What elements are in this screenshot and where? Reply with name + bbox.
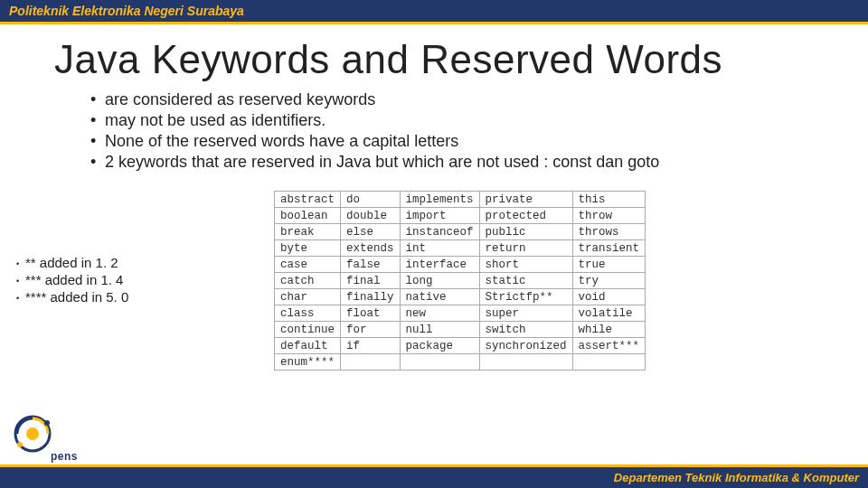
keyword-cell: for [341, 322, 401, 338]
keyword-cell: default [275, 338, 341, 354]
keyword-cell: Strictfp** [479, 289, 572, 305]
table-row: classfloatnewsupervolatile [275, 305, 646, 322]
table-row: abstractdoimplementsprivatethis [275, 192, 646, 208]
keyword-cell: finally [341, 289, 401, 305]
keyword-cell: continue [275, 322, 341, 338]
svg-point-1 [26, 427, 39, 440]
bullet-item: •2 keywords that are reserved in Java bu… [90, 152, 868, 173]
keyword-cell [400, 354, 479, 371]
keyword-cell: true [572, 257, 646, 273]
keyword-cell: interface [400, 257, 479, 273]
keyword-cell: enum**** [275, 354, 341, 371]
keyword-cell: byte [275, 240, 341, 257]
keywords-table: abstractdoimplementsprivatethisbooleando… [274, 191, 646, 371]
keyword-cell: catch [275, 273, 341, 289]
dept-name: Departemen Teknik Informatika & Komputer [614, 471, 859, 484]
keyword-cell [479, 354, 572, 371]
keyword-cell: instanceof [400, 224, 479, 240]
keyword-cell: class [275, 305, 341, 322]
keyword-cell: boolean [275, 208, 341, 224]
bullet-item: •are considered as reserved keywords [90, 89, 868, 110]
footnote-item: •** added in 1. 2 [16, 254, 274, 271]
keyword-cell: double [341, 208, 401, 224]
keyword-cell: void [572, 289, 646, 305]
keyword-cell: return [479, 240, 572, 257]
keyword-cell: package [400, 338, 479, 354]
keyword-cell: char [275, 289, 341, 305]
keyword-cell: else [341, 224, 401, 240]
keyword-cell: if [341, 338, 401, 354]
table-row: continuefornullswitchwhile [275, 322, 646, 338]
keyword-cell: assert*** [572, 338, 646, 354]
bullet-item: •None of the reserved words have a capit… [90, 131, 868, 152]
table-row: booleandoubleimportprotectedthrow [275, 208, 646, 224]
keyword-cell: new [400, 305, 479, 322]
footnotes: •** added in 1. 2 •*** added in 1. 4 •**… [16, 191, 274, 305]
table-row: charfinallynativeStrictfp**void [275, 289, 646, 305]
org-name: Politeknik Elektronika Negeri Surabaya [9, 4, 244, 18]
keyword-cell: transient [572, 240, 646, 257]
keyword-cell: this [572, 192, 646, 208]
table-row: casefalseinterfaceshorttrue [275, 257, 646, 273]
keyword-cell: switch [479, 322, 572, 338]
table-row: breakelseinstanceofpublicthrows [275, 224, 646, 240]
bottom-footer: Departemen Teknik Informatika & Komputer [0, 465, 868, 488]
keyword-cell: volatile [572, 305, 646, 322]
svg-point-2 [44, 420, 50, 426]
table-row: enum**** [275, 354, 646, 371]
keyword-cell: do [341, 192, 401, 208]
bullet-list: •are considered as reserved keywords •ma… [90, 89, 868, 173]
table-row: byteextendsintreturntransient [275, 240, 646, 257]
keyword-cell: super [479, 305, 572, 322]
keyword-cell [572, 354, 646, 371]
keyword-cell: throws [572, 224, 646, 240]
keyword-cell: float [341, 305, 401, 322]
keyword-cell: public [479, 224, 572, 240]
keyword-cell [341, 354, 401, 371]
table-row: defaultifpackagesynchronizedassert*** [275, 338, 646, 354]
keyword-cell: private [479, 192, 572, 208]
keyword-cell: final [341, 273, 401, 289]
keyword-cell: int [400, 240, 479, 257]
bullet-item: •may not be used as identifiers. [90, 110, 868, 131]
keyword-cell: false [341, 257, 401, 273]
keyword-cell: null [400, 322, 479, 338]
table-row: catchfinallongstatictry [275, 273, 646, 289]
keyword-cell: implements [400, 192, 479, 208]
keyword-cell: protected [479, 208, 572, 224]
keyword-cell: throw [572, 208, 646, 224]
pens-logo: pens [13, 414, 96, 466]
keyword-cell: native [400, 289, 479, 305]
keyword-cell: synchronized [479, 338, 572, 354]
keyword-cell: break [275, 224, 341, 240]
svg-point-3 [17, 442, 23, 447]
keyword-cell: static [479, 273, 572, 289]
keyword-cell: try [572, 273, 646, 289]
keyword-cell: abstract [275, 192, 341, 208]
keyword-cell: case [275, 257, 341, 273]
keyword-cell: import [400, 208, 479, 224]
keyword-cell: extends [341, 240, 401, 257]
footnote-item: •*** added in 1. 4 [16, 271, 274, 288]
page-title: Java Keywords and Reserved Words [54, 37, 868, 82]
keyword-cell: long [400, 273, 479, 289]
logo-text: pens [51, 450, 78, 463]
footnote-item: •**** added in 5. 0 [16, 288, 274, 305]
keyword-cell: short [479, 257, 572, 273]
top-header: Politeknik Elektronika Negeri Surabaya [0, 0, 868, 24]
keyword-cell: while [572, 322, 646, 338]
